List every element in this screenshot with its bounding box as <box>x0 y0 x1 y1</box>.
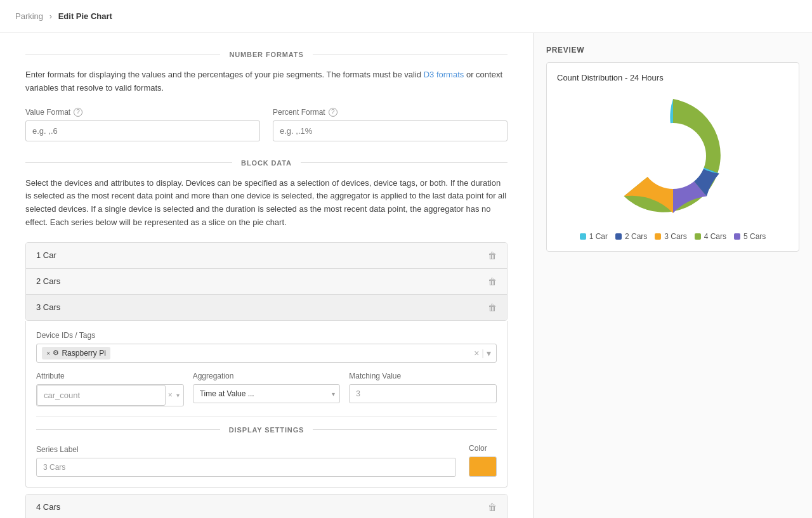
series-expanded-3cars: Device IDs / Tags × ⚙ Raspberry Pi × | ▾ <box>25 321 508 488</box>
device-ids-label: Device IDs / Tags <box>36 331 497 340</box>
color-group: Color <box>469 444 497 477</box>
legend-label-4cars: 4 Cars <box>704 232 726 241</box>
legend-item-3cars: 3 Cars <box>655 232 686 241</box>
breadcrumb-current: Edit Pie Chart <box>58 11 112 21</box>
series-item-2cars-delete[interactable]: 🗑 <box>488 276 497 287</box>
series-item-3cars-delete[interactable]: 🗑 <box>488 302 497 313</box>
attribute-group: Attribute × ▾ <box>36 372 184 406</box>
legend-item-2cars: 2 Cars <box>615 232 647 241</box>
device-chip-icon: ⚙ <box>53 349 59 357</box>
attribute-dropdown-icon[interactable]: ▾ <box>175 392 183 399</box>
breadcrumb: Parking › Edit Pie Chart <box>0 0 812 33</box>
preview-card: Count Distribution - 24 Hours <box>546 62 799 252</box>
series-item-1car-label: 1 Car <box>36 250 56 260</box>
main-layout: NUMBER FORMATS Enter formats for display… <box>0 33 812 518</box>
tag-dropdown-arrow[interactable]: ▾ <box>487 348 491 358</box>
preview-chart-title: Count Distribution - 24 Hours <box>557 73 789 82</box>
number-formats-description: Enter formats for displaying the values … <box>25 68 508 95</box>
format-fields-row: Value Format ? Percent Format ? <box>25 108 508 141</box>
aggregation-select[interactable]: Time at Value ... Sum Average <box>193 384 341 403</box>
block-data-description: Select the devices and attributes to dis… <box>25 177 508 230</box>
legend-item-1car: 1 Car <box>580 232 608 241</box>
tag-clear-icon[interactable]: × <box>474 348 479 358</box>
color-label: Color <box>469 444 497 453</box>
color-swatch[interactable] <box>469 456 497 477</box>
chart-legend: 1 Car 2 Cars 3 Cars 4 Cars <box>557 232 789 241</box>
page-container: Parking › Edit Pie Chart NUMBER FORMATS … <box>0 0 812 518</box>
legend-dot-2cars <box>615 233 622 240</box>
attribute-clear-icon[interactable]: × <box>166 391 175 399</box>
series-label-input[interactable] <box>36 458 456 477</box>
series-item-2cars-label: 2 Cars <box>36 276 60 286</box>
device-tag-chip: × ⚙ Raspberry Pi <box>42 347 110 359</box>
legend-label-1car: 1 Car <box>589 232 608 241</box>
number-formats-label: NUMBER FORMATS <box>220 51 312 58</box>
aggregation-group: Aggregation Time at Value ... Sum Averag… <box>193 372 341 406</box>
series-label-label: Series Label <box>36 445 456 454</box>
series-item-4cars-delete[interactable]: 🗑 <box>488 502 497 512</box>
number-formats-divider: NUMBER FORMATS <box>25 51 508 58</box>
tag-separator: | <box>481 348 484 358</box>
value-format-group: Value Format ? <box>25 108 260 141</box>
block-data-label: BLOCK DATA <box>232 159 301 167</box>
bottom-series-list: 4 Cars 🗑 5 Cars 🗑 <box>25 494 508 518</box>
series-item-4cars-label: 4 Cars <box>36 502 60 512</box>
top-series-list: 1 Car 🗑 2 Cars 🗑 3 Cars 🗑 <box>25 242 508 321</box>
right-panel: PREVIEW Count Distribution - 24 Hours <box>533 33 812 518</box>
matching-value-label: Matching Value <box>349 372 497 380</box>
value-format-info-icon[interactable]: ? <box>74 108 82 117</box>
percent-format-group: Percent Format ? <box>273 108 508 141</box>
series-item-2cars[interactable]: 2 Cars 🗑 <box>26 269 507 295</box>
donut-hole <box>640 123 706 189</box>
block-data-divider: BLOCK DATA <box>25 159 508 167</box>
series-item-4cars[interactable]: 4 Cars 🗑 <box>26 495 507 518</box>
display-settings-fields: Series Label Color <box>36 444 497 477</box>
legend-dot-4cars <box>695 233 701 240</box>
legend-dot-5cars <box>734 233 740 240</box>
legend-label-2cars: 2 Cars <box>625 232 647 241</box>
preview-title: PREVIEW <box>546 46 799 55</box>
series-item-1car[interactable]: 1 Car 🗑 <box>26 243 507 269</box>
legend-label-5cars: 5 Cars <box>743 232 766 241</box>
aggregation-label: Aggregation <box>193 372 341 380</box>
series-item-3cars[interactable]: 3 Cars 🗑 <box>26 295 507 320</box>
legend-item-4cars: 4 Cars <box>695 232 726 241</box>
d3-formats-link[interactable]: D3 formats <box>424 70 464 79</box>
breadcrumb-separator: › <box>49 11 52 21</box>
percent-format-label: Percent Format ? <box>273 108 508 117</box>
percent-format-input[interactable] <box>273 120 508 141</box>
attribute-input[interactable] <box>37 385 166 406</box>
value-format-input[interactable] <box>25 120 260 141</box>
legend-item-5cars: 5 Cars <box>734 232 766 241</box>
value-format-label: Value Format ? <box>25 108 260 117</box>
breadcrumb-parent[interactable]: Parking <box>15 11 43 21</box>
attribute-label: Attribute <box>36 372 184 380</box>
tag-remove-icon[interactable]: × <box>46 349 50 357</box>
series-item-3cars-label: 3 Cars <box>36 302 60 312</box>
donut-chart-container <box>557 93 789 219</box>
attr-row: Attribute × ▾ Aggregation Time at Value … <box>36 372 497 406</box>
attribute-wrapper: × ▾ <box>36 384 184 406</box>
tag-input-controls: × | ▾ <box>474 348 491 358</box>
left-panel: NUMBER FORMATS Enter formats for display… <box>0 33 533 518</box>
display-settings: DISPLAY SETTINGS Series Label Color <box>36 417 497 477</box>
aggregation-select-wrapper: Time at Value ... Sum Average ▾ <box>193 384 341 403</box>
percent-format-info-icon[interactable]: ? <box>329 108 337 117</box>
device-tag-input[interactable]: × ⚙ Raspberry Pi × | ▾ <box>36 344 497 363</box>
series-item-1car-delete[interactable]: 🗑 <box>488 250 497 261</box>
matching-value-group: Matching Value <box>349 372 497 406</box>
legend-dot-1car <box>580 233 586 240</box>
display-settings-divider: DISPLAY SETTINGS <box>36 426 497 434</box>
display-settings-label: DISPLAY SETTINGS <box>220 426 313 434</box>
legend-dot-3cars <box>655 233 661 240</box>
device-chip-label: Raspberry Pi <box>62 349 105 358</box>
legend-label-3cars: 3 Cars <box>664 232 686 241</box>
donut-chart-svg <box>610 93 737 219</box>
series-label-group: Series Label <box>36 445 456 477</box>
matching-value-input[interactable] <box>349 384 497 403</box>
